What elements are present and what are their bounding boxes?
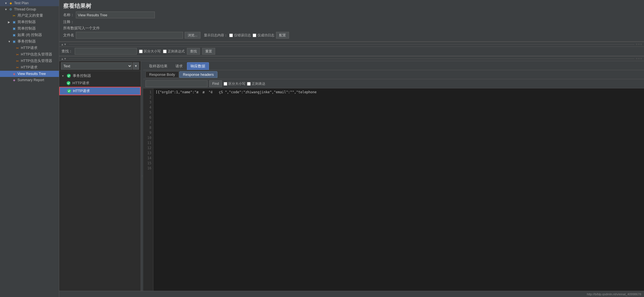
filename-label: 文件名 [63, 33, 74, 38]
lower-panel: Text HTML JSON XML Regexp Tester ▼ ▼ [59, 61, 644, 291]
regex-option[interactable]: 正则表达式 [163, 49, 185, 54]
log-content-label: 显示日志内容： [204, 33, 228, 38]
only-success-checkbox[interactable] [253, 34, 256, 37]
sidebar-item-trans-ctrl[interactable]: ▼ ▣ 事务控制器 [0, 38, 59, 45]
case-sensitive-checkbox[interactable] [139, 50, 143, 53]
shield-green-icon3 [67, 88, 72, 94]
result-item-label: HTTP请求 [73, 88, 90, 94]
find-button-2[interactable]: Find [209, 80, 222, 87]
case-sensitive-2[interactable]: 区分大小写 [224, 81, 245, 86]
tab-request[interactable]: 请求 [172, 62, 186, 70]
response-body-area: 12345678910111213141516 [{"orgId":1,"nam… [143, 88, 644, 291]
sub-tabs-row: Response Body Response headers [143, 70, 644, 79]
arrow-icon: ▶ [8, 21, 11, 24]
controller-icon: ▣ [12, 26, 16, 31]
sidebar-item-simple-ctrl1[interactable]: ▶ ▣ 简单控制器 [0, 19, 59, 25]
right-panel: 取样器结果 请求 响应数据 Response Body Response hea… [143, 61, 644, 291]
sub-tab-response-headers[interactable]: Response headers [179, 71, 217, 78]
status-url: http://b/blp.qsdmln.nt/v/einat_40998678 [587, 292, 641, 296]
divider-bar-1: ▲▼ ≋≋≋ [59, 42, 644, 47]
panel-title: 察看结果树 [63, 2, 640, 10]
status-bar: http://b/blp.qsdmln.nt/v/einat_40998678 [59, 291, 644, 297]
sidebar-item-header-mgr1[interactable]: ✂ HTTP信息头管理器 [0, 51, 59, 58]
sidebar-item-http2[interactable]: ✂ HTTP请求 [0, 64, 59, 71]
line-numbers: 12345678910111213141516 [143, 88, 153, 291]
sidebar-item-label: HTTP信息头管理器 [21, 59, 52, 63]
controller-icon: ▣ [12, 33, 16, 37]
result-item-http2[interactable]: HTTP请求 [59, 87, 141, 95]
regex-checkbox2[interactable] [247, 82, 251, 86]
only-error-label[interactable]: 仅错误日志 [229, 33, 251, 38]
sidebar-item-label: 用户定义的变量 [17, 13, 43, 18]
sidebar-item-header-mgr2[interactable]: ✂ HTTP信息头管理器 [0, 58, 59, 64]
sidebar-item-label: HTTP请求 [21, 65, 38, 70]
arrow-icon: ▼ [61, 74, 64, 77]
dropdown-bar: Text HTML JSON XML Regexp Tester ▼ [59, 61, 141, 71]
code-content[interactable]: [{"orgId":1,"name":"æ æ °é çS ","code":"… [153, 88, 644, 291]
vertical-drag-handle[interactable]: ⋮ [141, 61, 143, 291]
search-input[interactable] [75, 48, 137, 55]
result-item-label: 事务控制器 [73, 73, 91, 78]
name-label: 名称： [63, 12, 74, 17]
shield-green-icon2 [66, 81, 71, 86]
testplan-icon: ◆ [8, 1, 13, 5]
http-icon2: ✂ [15, 65, 20, 70]
sidebar-item-user-var[interactable]: ✂ 用户定义的变量 [0, 12, 59, 19]
tab-response-data[interactable]: 响应数据 [187, 62, 209, 70]
find-row: Find 区分大小写 正则表达 [143, 79, 644, 88]
case-sensitive-checkbox2[interactable] [224, 82, 227, 86]
sidebar: ▼ ◆ Test Plan ▼ ⚙ Thread Group ✂ 用户定义的变量… [0, 0, 59, 297]
sidebar-item-if-ctrl[interactable]: ▣ 如果 (If) 控制器 [0, 32, 59, 38]
sidebar-item-summary-report[interactable]: ◈ Summary Report [0, 77, 59, 83]
comment-row: 注释： [63, 19, 640, 25]
name-row: 名称： [63, 12, 640, 18]
arrow-icon: ▼ [5, 2, 8, 5]
sidebar-item-label: 简单控制器 [17, 20, 36, 25]
sidebar-item-view-results-tree[interactable]: ◈ View Results Tree [0, 71, 59, 77]
main-panel: 察看结果树 名称： 注释： 所有数据写入一个文件 文件名 浏览... 显示日志内… [59, 0, 644, 297]
results-tree-icon: ◈ [12, 72, 16, 76]
find-input[interactable] [145, 80, 208, 87]
drag-handle: ≋≋≋ [636, 43, 642, 46]
regex-2[interactable]: 正则表达 [247, 81, 265, 86]
search-label: 查找： [61, 49, 72, 54]
case-sensitive-option[interactable]: 区分大小写 [139, 49, 161, 54]
result-tree: ▼ 事务控制器 [59, 71, 141, 291]
config-button[interactable]: 配置 [276, 32, 289, 39]
result-item-trans-ctrl[interactable]: ▼ 事务控制器 [59, 72, 141, 79]
sub-tab-response-body[interactable]: Response Body [145, 71, 179, 78]
sidebar-item-label: View Results Tree [17, 72, 46, 76]
search-bar: 查找： 区分大小写 正则表达式 查找 重置 [59, 47, 644, 56]
reset-button[interactable]: 重置 [202, 48, 215, 55]
collapse-arrows-2[interactable]: ▲▼ [61, 57, 67, 60]
browse-button[interactable]: 浏览... [185, 32, 200, 39]
tab-sampler-result[interactable]: 取样器结果 [145, 62, 171, 70]
sidebar-item-http1[interactable]: ✂ HTTP请求 [0, 45, 59, 51]
header-mgr-icon2: ✂ [15, 59, 20, 63]
sidebar-item-test-plan[interactable]: ▼ ◆ Test Plan [0, 0, 59, 6]
collapse-arrows[interactable]: ▲▼ [61, 43, 67, 46]
http-icon: ✂ [15, 46, 20, 50]
panel-header: 察看结果树 名称： 注释： 所有数据写入一个文件 文件名 浏览... 显示日志内… [59, 0, 644, 42]
file-section-label: 所有数据写入一个文件 [63, 26, 100, 31]
sidebar-item-simple-ctrl2[interactable]: ▣ 简单控制器 [0, 25, 59, 32]
left-tree-panel: Text HTML JSON XML Regexp Tester ▼ ▼ [59, 61, 141, 291]
header-mgr-icon: ✂ [15, 52, 20, 57]
find-button[interactable]: 查找 [187, 48, 200, 55]
summary-icon: ◈ [12, 78, 16, 82]
only-error-checkbox[interactable] [229, 34, 233, 37]
sidebar-item-label: Thread Group [14, 7, 36, 11]
result-item-http1[interactable]: HTTP请求 [59, 79, 141, 87]
display-format-select[interactable]: Text HTML JSON XML Regexp Tester [61, 62, 132, 70]
sidebar-item-label: HTTP请求 [21, 46, 38, 50]
dropdown-toggle[interactable]: ▼ [133, 62, 139, 70]
only-success-label[interactable]: 仅成功日志 [253, 33, 274, 38]
divider-line [69, 44, 634, 45]
sidebar-item-thread-group[interactable]: ▼ ⚙ Thread Group [0, 6, 59, 12]
divider-line-2 [69, 59, 634, 59]
regex-checkbox[interactable] [163, 50, 167, 53]
user-var-icon: ✂ [12, 14, 16, 18]
filename-input[interactable] [76, 32, 183, 39]
name-input[interactable] [76, 12, 155, 18]
sidebar-item-label: 事务控制器 [17, 39, 36, 44]
